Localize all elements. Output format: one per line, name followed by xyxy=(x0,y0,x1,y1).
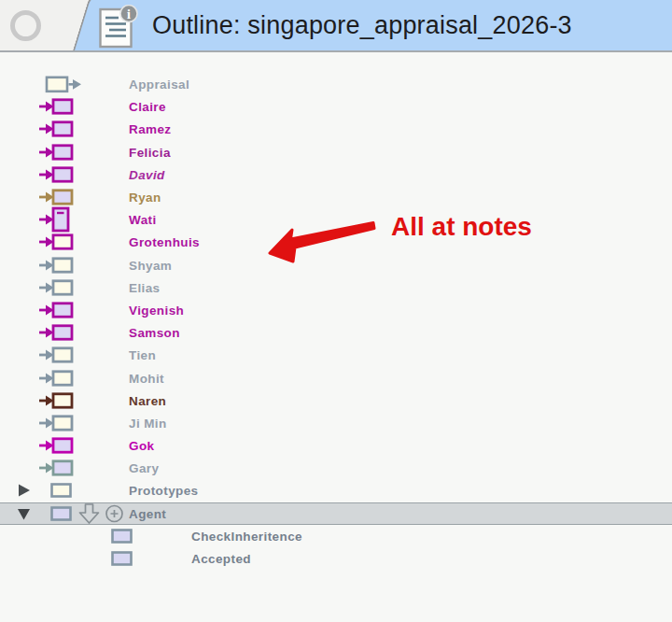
outline-content: AppraisalClaireRamezFeliciaDavidRyanWati… xyxy=(0,54,672,622)
outline-row-agent[interactable]: Agent xyxy=(0,502,672,525)
state-entry-icon xyxy=(39,434,75,457)
row-label: Gary xyxy=(129,461,159,475)
disclosure-triangle-icon[interactable] xyxy=(17,506,31,520)
outline-row-grotenhuis[interactable]: Grotenhuis xyxy=(0,231,672,253)
row-label: Ji Min xyxy=(129,416,167,430)
outline-row-david[interactable]: David xyxy=(0,163,672,186)
row-label: Shyam xyxy=(129,258,172,272)
outline-row-tien[interactable]: Tien xyxy=(0,344,672,366)
state-entry-icon xyxy=(39,389,75,412)
row-label: Claire xyxy=(129,100,166,114)
state-entry-icon xyxy=(39,163,75,186)
document-outline-icon: i xyxy=(99,5,138,49)
outline-row-gary[interactable]: Gary xyxy=(0,457,672,479)
outline-row-naren[interactable]: Naren xyxy=(0,389,672,412)
state-entry-icon xyxy=(39,321,75,344)
row-label: Accepted xyxy=(191,552,251,566)
row-label: Ryan xyxy=(129,191,161,205)
state-entry-icon xyxy=(39,367,75,389)
outline-row-samson[interactable]: Samson xyxy=(0,321,672,344)
row-label: Agent xyxy=(129,506,166,520)
titlebar: i Outline: singapore_appraisal_2026-3 xyxy=(0,0,672,52)
outline-rows: AppraisalClaireRamezFeliciaDavidRyanWati… xyxy=(0,54,672,570)
row-label: David xyxy=(129,167,165,181)
outline-row-ryan[interactable]: Ryan xyxy=(0,186,672,208)
row-label: CheckInheritence xyxy=(191,529,302,543)
row-label: Wati xyxy=(129,213,157,227)
state-entry-icon xyxy=(39,231,75,253)
outline-row-elias[interactable]: Elias xyxy=(0,276,672,299)
box-icon xyxy=(111,528,133,544)
outline-row-gok[interactable]: Gok xyxy=(0,434,672,457)
box-icon xyxy=(111,550,133,567)
window-button-circle[interactable] xyxy=(10,10,41,41)
disclosure-triangle-icon[interactable] xyxy=(17,484,31,498)
state-entry-icon xyxy=(39,118,75,140)
outline-row-vigenish[interactable]: Vigenish xyxy=(0,299,672,321)
state-entry-tall-icon xyxy=(39,206,73,233)
outline-row-prototypes[interactable]: Prototypes xyxy=(0,479,672,502)
state-entry-icon xyxy=(39,299,75,321)
state-entry-icon xyxy=(39,276,75,299)
state-entry-icon xyxy=(39,344,75,366)
row-label: Appraisal xyxy=(129,78,189,92)
row-label: Tien xyxy=(129,348,156,362)
row-label: Gok xyxy=(129,439,154,453)
state-entry-icon xyxy=(39,254,75,276)
annotation-text: All at notes xyxy=(391,212,532,242)
outline-row-ramez[interactable]: Ramez xyxy=(0,118,672,140)
svg-text:i: i xyxy=(127,7,131,21)
state-entry-icon xyxy=(39,186,75,208)
row-label: Prototypes xyxy=(129,484,199,498)
outline-row-shyam[interactable]: Shyam xyxy=(0,254,672,276)
add-plus-icon[interactable] xyxy=(105,503,124,523)
row-label: Samson xyxy=(129,326,180,340)
start-state-icon xyxy=(45,73,84,95)
outline-row-claire[interactable]: Claire xyxy=(0,95,672,118)
row-label: Felicia xyxy=(129,145,171,159)
row-label: Elias xyxy=(129,280,161,294)
outline-row-ji-min[interactable]: Ji Min xyxy=(0,412,672,434)
state-entry-icon xyxy=(39,412,75,434)
window-title: Outline: singapore_appraisal_2026-3 xyxy=(152,11,572,40)
outline-row-felicia[interactable]: Felicia xyxy=(0,141,672,163)
box-icon xyxy=(50,505,73,522)
tab-content: i Outline: singapore_appraisal_2026-3 xyxy=(99,0,672,50)
outline-row-accepted[interactable]: Accepted xyxy=(0,547,672,570)
row-label: Naren xyxy=(129,393,166,407)
row-label: Grotenhuis xyxy=(129,235,200,249)
box-icon xyxy=(50,482,73,499)
move-down-arrow-icon[interactable] xyxy=(78,502,100,524)
state-entry-icon xyxy=(39,141,75,163)
row-label: Mohit xyxy=(129,371,164,385)
state-entry-icon xyxy=(39,457,75,479)
outline-row-mohit[interactable]: Mohit xyxy=(0,366,672,389)
state-entry-icon xyxy=(39,95,75,118)
outline-row-wati[interactable]: Wati xyxy=(0,208,672,231)
row-label: Ramez xyxy=(129,122,172,136)
row-label: Vigenish xyxy=(129,303,184,317)
outline-row-appraisal[interactable]: Appraisal xyxy=(0,73,672,95)
outline-row-checkinheritence[interactable]: CheckInheritence xyxy=(0,525,672,547)
